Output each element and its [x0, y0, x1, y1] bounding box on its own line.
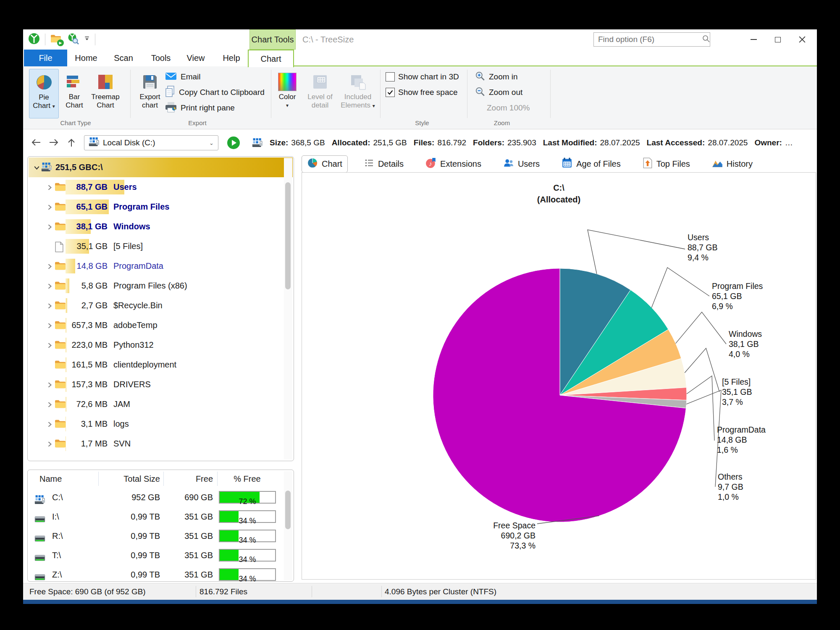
pie-label-users: Users88,7 GB9,4 % [688, 232, 718, 262]
chevron-right-icon[interactable] [47, 421, 53, 429]
maximize-button[interactable] [766, 29, 790, 50]
export-chart-button[interactable]: Export chart [137, 69, 163, 118]
chevron-right-icon[interactable] [47, 184, 53, 192]
drive-list-scrollbar[interactable] [284, 471, 292, 580]
email-button[interactable]: Email [165, 70, 201, 84]
tab-top-files[interactable]: Top Files [637, 155, 696, 173]
chevron-right-icon[interactable] [47, 283, 53, 291]
stat-files: Files:816.792 [414, 138, 466, 147]
stat-allocated: Allocated:251,5 GB [332, 138, 407, 147]
tree-row-svn[interactable]: 1,7 MBSVN [29, 434, 280, 454]
tree-row-drivers[interactable]: 157,3 MBDRIVERS [29, 375, 280, 394]
menu-tab-chart[interactable]: Chart [248, 50, 294, 67]
tree-row-clientdeployment[interactable]: 161,5 MBclientdeployment [29, 355, 280, 375]
drive-list-panel: Name Total Size Free % Free C:\952 GB690… [27, 470, 294, 582]
column-divider[interactable] [163, 472, 164, 486]
checkbox-unchecked[interactable] [386, 72, 395, 81]
column-divider[interactable] [217, 472, 218, 486]
tree-row-program-files-x86-[interactable]: 5,8 GBProgram Files (x86) [29, 276, 280, 296]
menu-tab-help[interactable]: Help [213, 50, 250, 66]
tab-details[interactable]: Details [359, 156, 409, 172]
scan-search-icon[interactable] [67, 33, 79, 46]
chevron-right-icon[interactable] [47, 441, 53, 449]
zoom-out-button[interactable]: Zoom out [475, 85, 522, 100]
close-button[interactable] [790, 29, 814, 50]
tree-row-jam[interactable]: 72,6 MBJAM [29, 394, 280, 414]
chevron-right-icon[interactable] [47, 382, 53, 390]
tab-users[interactable]: Users [498, 155, 545, 173]
zoom-100-button[interactable]: Zoom 100% [487, 101, 530, 115]
chevron-right-icon[interactable] [47, 402, 53, 410]
drive-row-c[interactable]: C:\952 GB690 GB72 % [28, 488, 281, 507]
tree-row-windows[interactable]: 38,1 GBWindows [29, 217, 280, 236]
pie-label-free-space: Free Space690,2 GB73,3 % [493, 520, 536, 551]
tab-age-of-files[interactable]: Age of Files [556, 155, 626, 173]
find-option-box[interactable] [593, 32, 710, 47]
minimize-button[interactable] [741, 29, 766, 50]
show-free-space-option[interactable]: Show free space [386, 85, 458, 100]
included-elements-button[interactable]: Included Elements ▾ [339, 69, 377, 118]
drive-row-i[interactable]: I:\0,99 TB351 GB34 % [28, 507, 281, 526]
chevron-right-icon[interactable] [47, 224, 53, 232]
tree-row--recycle-bin[interactable]: 2,7 GB$Recycle.Bin [29, 296, 280, 315]
tree-row--5-files-[interactable]: 35,1 GB[5 Files] [29, 236, 280, 256]
tree-row-program-files[interactable]: 65,1 GBProgram Files [29, 197, 280, 217]
copy-chart-button[interactable]: Copy Chart to Clipboard [165, 85, 265, 100]
zoom-in-button[interactable]: Zoom in [475, 70, 518, 84]
tree-row-root[interactable]: 251,5 GB C:\ [29, 158, 293, 177]
drive-row-t[interactable]: T:\0,99 TB351 GB34 % [28, 546, 281, 565]
print-right-pane-button[interactable]: Print right pane [165, 101, 235, 115]
bar-chart-button[interactable]: Bar Chart [63, 69, 85, 118]
qat-customize-chevron-icon[interactable] [84, 36, 90, 43]
tree-item-name: logs [113, 414, 129, 434]
scrollbar-thumb[interactable] [285, 491, 291, 529]
column-header-name[interactable]: Name [39, 470, 62, 488]
drive-icon [34, 570, 45, 582]
path-value: Local Disk (C:) [103, 138, 155, 147]
menu-tab-view[interactable]: View [179, 50, 212, 66]
tree-row-programdata[interactable]: 14,8 GBProgramData [29, 256, 280, 276]
tree-row-users[interactable]: 88,7 GBUsers [29, 177, 280, 197]
tree-row-logs[interactable]: 3,1 MBlogs [29, 414, 280, 434]
drive-row-z[interactable]: Z:\0,99 TB351 GB34 % [28, 565, 281, 582]
chevron-right-icon[interactable] [47, 342, 53, 350]
callout-leader-line [676, 312, 726, 344]
tab-history[interactable]: History [706, 156, 758, 172]
pie-chart-button[interactable]: Pie Chart ▾ [29, 69, 59, 118]
chevron-right-icon[interactable] [47, 323, 53, 331]
quick-access-toolbar: ▶ [28, 29, 95, 50]
scan-folder-icon[interactable]: ▶ [50, 34, 62, 45]
tree-row-python312[interactable]: 223,0 MBPython312 [29, 335, 280, 355]
column-header-free[interactable]: Free [166, 470, 213, 488]
tree-row-adobetemp[interactable]: 657,3 MBadobeTemp [29, 315, 280, 335]
menu-tab-file[interactable]: File [24, 50, 67, 66]
tab-chart[interactable]: Chart [302, 155, 348, 173]
show-chart-3d-option[interactable]: Show chart in 3D [386, 70, 459, 84]
treemap-chart-button[interactable]: Treemap Chart [89, 69, 121, 118]
menu-tab-tools[interactable]: Tools [143, 50, 178, 66]
path-combobox[interactable]: Local Disk (C:) ⌄ [84, 135, 218, 150]
column-header-total-size[interactable]: Total Size [91, 470, 160, 488]
scrollbar-thumb[interactable] [285, 182, 291, 289]
group-label-style: Style [415, 119, 429, 126]
find-option-input[interactable] [597, 34, 702, 45]
tree-scrollbar[interactable] [284, 158, 292, 459]
menu-tab-scan[interactable]: Scan [105, 50, 142, 66]
chevron-right-icon[interactable] [47, 303, 53, 311]
color-button[interactable]: Color ▾ [275, 69, 299, 118]
up-icon[interactable] [67, 138, 76, 150]
chevron-down-icon[interactable] [34, 165, 40, 173]
chevron-right-icon[interactable] [47, 263, 53, 271]
pie-label-name: Free Space [493, 520, 536, 530]
level-of-detail-button[interactable]: Level of detail [305, 69, 335, 118]
start-scan-button[interactable] [227, 136, 240, 150]
checkbox-checked[interactable] [386, 88, 395, 97]
forward-icon[interactable] [48, 138, 59, 149]
drive-row-r[interactable]: R:\0,99 TB351 GB34 % [28, 526, 281, 546]
tab-extensions[interactable]: ♪Extensions [420, 155, 487, 173]
chevron-right-icon[interactable] [47, 204, 53, 212]
menu-tab-home[interactable]: Home [69, 50, 103, 66]
column-header-pct-free[interactable]: % Free [219, 470, 276, 488]
column-divider[interactable] [98, 472, 99, 486]
back-icon[interactable] [31, 138, 42, 149]
